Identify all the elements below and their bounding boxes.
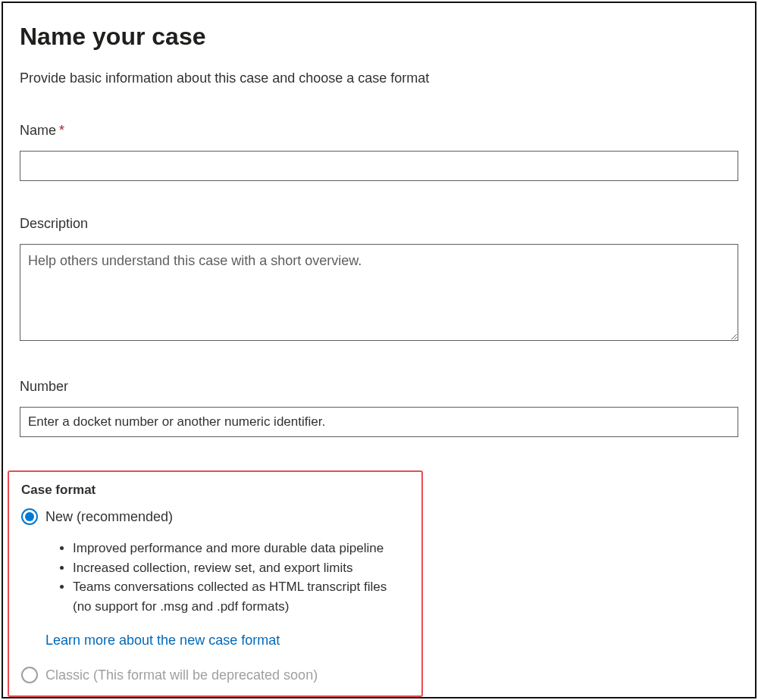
new-format-bullets: Improved performance and more durable da… (73, 539, 411, 616)
name-your-case-panel: Name your case Provide basic information… (2, 2, 756, 698)
name-field-group: Name* (20, 123, 738, 181)
page-title: Name your case (20, 23, 738, 51)
bullet-item: Teams conversations collected as HTML tr… (73, 577, 411, 616)
case-format-label: Case format (21, 483, 411, 498)
radio-classic-label: Classic (This format will be deprecated … (45, 667, 318, 683)
number-label: Number (20, 379, 738, 395)
radio-selected-icon (21, 508, 38, 525)
bullet-item: Increased collection, review set, and ex… (73, 558, 411, 578)
learn-more-link[interactable]: Learn more about the new case format (45, 633, 280, 648)
radio-option-new[interactable]: New (recommended) (21, 508, 411, 525)
number-input[interactable] (20, 407, 738, 437)
description-field-group: Description (20, 216, 738, 344)
name-label-text: Name (20, 123, 56, 138)
description-label: Description (20, 216, 738, 232)
description-textarea[interactable] (20, 244, 738, 341)
case-format-highlight: Case format New (recommended) Improved p… (8, 470, 423, 697)
number-field-group: Number (20, 379, 738, 437)
name-input[interactable] (20, 151, 738, 181)
name-label: Name* (20, 123, 738, 139)
radio-new-label: New (recommended) (45, 509, 173, 525)
radio-unselected-icon (21, 667, 38, 683)
page-subtitle: Provide basic information about this cas… (20, 70, 738, 86)
radio-option-classic[interactable]: Classic (This format will be deprecated … (21, 667, 411, 683)
bullet-item: Improved performance and more durable da… (73, 539, 411, 558)
required-asterisk: * (59, 123, 64, 138)
radio-dot-icon (25, 512, 34, 521)
